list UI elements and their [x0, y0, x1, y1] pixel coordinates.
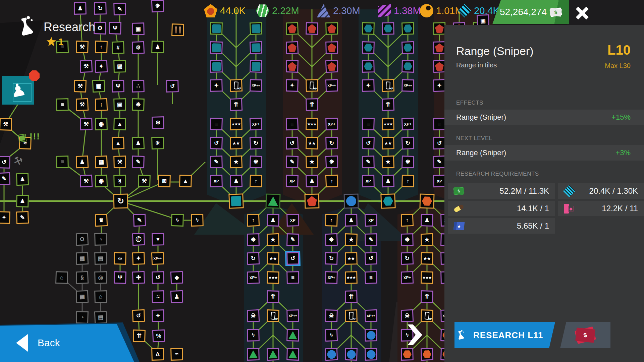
tree-node[interactable]: ║║ [171, 23, 184, 36]
tree-node[interactable]: ★★★ [345, 271, 358, 284]
tree-node[interactable]: ★★ [267, 252, 279, 265]
tree-node[interactable]: ★★★ [306, 118, 318, 130]
tree-node[interactable]: ✦ [286, 79, 299, 92]
tree-node[interactable]: XP+ [247, 271, 260, 284]
tree-node[interactable]: ▣ [92, 80, 105, 93]
tree-node[interactable] [286, 60, 299, 73]
milestone-node[interactable] [380, 193, 396, 209]
tree-node[interactable] [210, 22, 223, 35]
tree-node[interactable] [382, 79, 394, 92]
tree-node[interactable]: ◎ [94, 271, 107, 284]
tree-node[interactable] [421, 348, 433, 361]
tree-node[interactable]: ★ [267, 233, 279, 246]
tree-node[interactable]: Ω [76, 233, 89, 246]
tree-node[interactable] [345, 348, 358, 361]
tree-node[interactable]: ↑ [401, 214, 414, 227]
tree-node[interactable]: ◉ [95, 175, 108, 187]
tree-node[interactable]: ★★ [382, 137, 394, 149]
tree-node[interactable]: ❋ [401, 156, 414, 168]
tree-node[interactable]: ☠ [401, 309, 414, 322]
tree-node[interactable]: ⇈ [267, 290, 279, 303]
tree-node[interactable]: ▣ [113, 98, 126, 111]
tree-node[interactable] [401, 22, 414, 35]
tree-node[interactable]: § [76, 271, 89, 284]
tree-node[interactable]: ↑ [247, 214, 260, 227]
tree-node[interactable]: ❋ [250, 156, 262, 168]
tree-node[interactable]: ✎ [365, 233, 377, 246]
tree-node[interactable]: ★ [382, 156, 394, 168]
tree-node[interactable]: ϟ [171, 214, 184, 227]
tree-node[interactable]: ★★★ [382, 118, 394, 130]
tree-node[interactable]: ★ [345, 233, 358, 246]
tree-node[interactable]: ♟ [306, 175, 318, 187]
milestone-node[interactable] [344, 194, 359, 209]
tree-node[interactable]: ↻ [325, 252, 338, 265]
tree-node[interactable]: ↻ [401, 252, 414, 265]
tree-node[interactable]: ⇈ [382, 98, 394, 111]
tree-node[interactable]: ♟ [230, 175, 243, 187]
close-button[interactable] [574, 5, 590, 21]
tree-node[interactable]: ↑ [95, 98, 108, 111]
tree-node[interactable]: ↑ [325, 214, 338, 227]
tree-node[interactable]: ◉ [95, 118, 108, 130]
tree-node[interactable] [433, 41, 446, 54]
tree-node[interactable]: ✦ [0, 211, 10, 224]
tree-node[interactable]: ↑ [401, 175, 414, 187]
tree-node[interactable]: ↺ [286, 252, 299, 265]
tree-node[interactable]: ∞ [114, 252, 126, 265]
tree-node[interactable]: ↻ [401, 137, 414, 149]
tree-node[interactable] [365, 348, 377, 361]
tree-node[interactable]: ↺ [365, 252, 377, 265]
tree-node[interactable]: ⚒ [76, 41, 89, 53]
tree-node[interactable]: ★★ [230, 137, 243, 149]
tree-node[interactable]: XP+ [325, 118, 338, 130]
tree-node[interactable]: ⚒ [0, 118, 12, 131]
tree-node[interactable]: ▦ [76, 252, 89, 265]
tree-node[interactable]: ↻ [325, 137, 338, 149]
tree-node[interactable] [362, 41, 375, 54]
tree-node[interactable]: ❋ [151, 0, 164, 12]
tree-node[interactable]: ★★ [345, 252, 358, 265]
tree-node[interactable]: ✎ [113, 3, 126, 15]
tree-node[interactable] [210, 41, 223, 54]
hub-node[interactable]: ↻ [113, 194, 128, 209]
tree-node[interactable]: ♟ [267, 214, 279, 227]
tree-node[interactable]: ↺ [0, 156, 10, 169]
tree-node[interactable]: ▦ [95, 156, 108, 168]
tree-node[interactable] [250, 60, 262, 73]
tree-node[interactable]: ✎ [133, 214, 146, 227]
tree-node[interactable]: ↺ [286, 137, 299, 149]
research-ticket-plate[interactable]: $ [560, 322, 610, 348]
tree-node[interactable]: ↺ [152, 271, 164, 284]
tree-node[interactable]: ♟ [132, 137, 145, 149]
tree-node[interactable]: ▤ [94, 252, 107, 265]
tree-node[interactable]: ♥ [152, 233, 164, 246]
milestone-node[interactable] [265, 193, 280, 208]
back-button[interactable]: Back [0, 319, 141, 362]
tree-node[interactable]: XP [286, 214, 299, 227]
tree-node[interactable]: ✦ [95, 60, 108, 73]
tree-node[interactable]: ⇈ [306, 98, 318, 111]
tree-node[interactable] [267, 348, 279, 361]
tree-node[interactable]: ↻ [94, 2, 107, 15]
tree-node[interactable]: ⚒ [76, 98, 89, 111]
tree-node[interactable]: ✎ [16, 211, 29, 224]
tree-node[interactable] [433, 60, 446, 73]
tree-node[interactable]: ✎ [362, 156, 375, 168]
tree-node[interactable]: Ψ [109, 22, 121, 35]
tree-node[interactable]: ⚒ [113, 156, 126, 168]
tree-node[interactable]: ▲ [113, 118, 126, 130]
tree-node[interactable]: ⚙ [94, 22, 106, 35]
tree-node[interactable]: ♟ [151, 41, 164, 53]
tree-node[interactable]: ♟ [16, 195, 29, 207]
tree-node[interactable]: ★ [306, 156, 318, 168]
milestone-node[interactable] [305, 194, 320, 209]
tree-node[interactable]: XP++ [325, 79, 338, 92]
tree-node[interactable]: XP [210, 175, 223, 187]
tree-node[interactable]: XP [362, 175, 375, 187]
tree-node[interactable]: ≡ [56, 156, 69, 168]
tree-node[interactable]: ↺ [210, 137, 223, 149]
tree-node[interactable]: ⌂ [55, 271, 68, 284]
tree-node[interactable]: ⊠ [158, 175, 171, 187]
tree-node[interactable]: ♟ [74, 2, 87, 15]
